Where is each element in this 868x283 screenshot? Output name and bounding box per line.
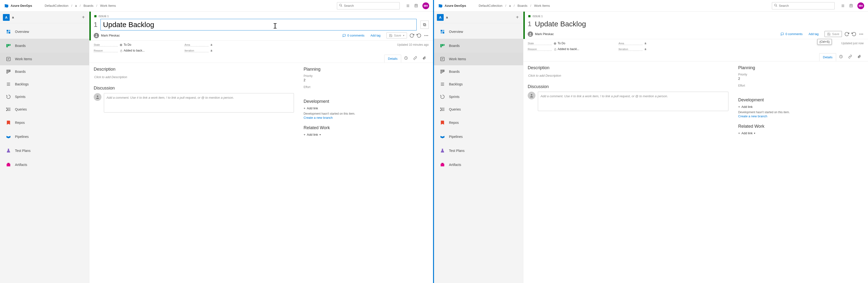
- brand[interactable]: Azure DevOps: [438, 3, 466, 8]
- nav-test-plans[interactable]: Test Plans: [0, 144, 89, 158]
- add-button[interactable]: +: [515, 15, 520, 20]
- workitem-title[interactable]: Update Backlog: [534, 19, 864, 29]
- nav-test-plans[interactable]: Test Plans: [434, 144, 523, 158]
- nav-work-items[interactable]: Work Items: [0, 53, 89, 65]
- copy-link-button[interactable]: [421, 21, 429, 29]
- history-icon[interactable]: [837, 53, 845, 61]
- workitem-title-input[interactable]: [100, 19, 416, 30]
- effort-value[interactable]: [738, 88, 864, 92]
- search-box[interactable]: [772, 2, 835, 9]
- crumb-project[interactable]: a: [75, 4, 77, 7]
- nav-sprints[interactable]: Sprints: [0, 90, 89, 103]
- nav-overview[interactable]: Overview: [0, 25, 89, 39]
- state-value[interactable]: To Do: [120, 43, 183, 47]
- nav-backlogs[interactable]: Backlogs: [434, 78, 523, 90]
- nav-pipelines[interactable]: Pipelines: [0, 130, 89, 144]
- nav-boards[interactable]: Boards: [434, 39, 523, 53]
- project-name[interactable]: a: [446, 16, 512, 19]
- crumb-project[interactable]: a: [509, 4, 511, 7]
- discussion-input[interactable]: Add a comment. Use # to link a work item…: [104, 93, 294, 112]
- save-button[interactable]: Save: [386, 32, 407, 38]
- revert-icon[interactable]: [851, 32, 857, 36]
- crumb-workitems[interactable]: Work Items: [100, 4, 116, 7]
- nav-artifacts[interactable]: Artifacts: [434, 158, 523, 172]
- save-button[interactable]: Save: [825, 31, 842, 37]
- links-icon[interactable]: [411, 54, 420, 63]
- issue-type-tag[interactable]: ISSUE 1: [94, 15, 429, 18]
- more-actions-icon[interactable]: [859, 32, 864, 36]
- revert-icon[interactable]: [416, 33, 422, 38]
- dev-add-link[interactable]: +Add link: [304, 107, 429, 110]
- related-add-link[interactable]: +Add link ▾: [304, 133, 429, 136]
- nav-repos[interactable]: Repos: [0, 116, 89, 130]
- crumb-collection[interactable]: DefaultCollection: [45, 4, 68, 7]
- dev-add-link[interactable]: +Add link: [738, 105, 864, 109]
- user-avatar[interactable]: MH: [857, 2, 864, 9]
- create-branch-link[interactable]: Create a new branch: [304, 116, 429, 119]
- crumb-boards[interactable]: Boards: [518, 4, 527, 7]
- shopping-bag-icon[interactable]: [414, 4, 418, 8]
- assignee[interactable]: Mark Pleskac: [94, 33, 120, 38]
- assignee[interactable]: Mark Pleskac: [528, 31, 554, 37]
- state-value[interactable]: To Do: [554, 41, 617, 45]
- nav-boards-sub[interactable]: Boards: [0, 65, 89, 78]
- breadcrumb: DefaultCollection / a / Boards / Work It…: [479, 4, 550, 7]
- shopping-bag-icon[interactable]: [849, 4, 853, 8]
- nav-queries[interactable]: Queries: [0, 103, 89, 116]
- section-related-work-title: Related Work: [738, 124, 864, 129]
- reason-value[interactable]: Added to back...: [120, 49, 183, 52]
- comments-link[interactable]: 0 comments: [781, 32, 803, 36]
- list-icon[interactable]: [406, 4, 410, 8]
- nav-backlogs[interactable]: Backlogs: [0, 78, 89, 90]
- project-icon: A: [3, 14, 10, 21]
- svg-rect-46: [440, 44, 442, 47]
- tab-details[interactable]: Details: [819, 53, 836, 61]
- nav-queries[interactable]: Queries: [434, 103, 523, 116]
- crumb-boards[interactable]: Boards: [84, 4, 93, 7]
- refresh-icon[interactable]: [409, 33, 414, 38]
- add-button[interactable]: +: [81, 15, 86, 20]
- attachments-icon[interactable]: [420, 54, 429, 63]
- nav-repos[interactable]: Repos: [434, 116, 523, 130]
- project-name[interactable]: a: [12, 16, 78, 19]
- nav-overview[interactable]: Overview: [434, 25, 523, 39]
- list-icon[interactable]: [841, 4, 845, 8]
- issue-type-tag[interactable]: ISSUE 1: [528, 15, 864, 18]
- related-add-link[interactable]: +Add link ▾: [738, 131, 864, 135]
- nav-boards-sub[interactable]: Boards: [434, 65, 523, 78]
- sidebar: A a + Overview Boards Work Items: [0, 11, 89, 283]
- reason-value[interactable]: Added to backl...: [554, 48, 617, 51]
- description-placeholder[interactable]: Click to add Description: [94, 74, 294, 80]
- description-placeholder[interactable]: Click to add Description: [528, 73, 728, 78]
- attachments-icon[interactable]: [855, 53, 864, 61]
- create-branch-link[interactable]: Create a new branch: [738, 114, 864, 118]
- priority-value[interactable]: 2: [738, 77, 864, 81]
- priority-value[interactable]: 2: [304, 78, 429, 82]
- priority-label: Priority: [738, 73, 864, 76]
- effort-value[interactable]: [304, 89, 429, 93]
- nav-work-items[interactable]: Work Items: [434, 53, 523, 65]
- refresh-icon[interactable]: [844, 32, 849, 36]
- area-value[interactable]: a: [211, 43, 429, 47]
- add-tag-button[interactable]: Add tag: [369, 33, 381, 38]
- nav-boards[interactable]: Boards: [0, 39, 89, 53]
- links-icon[interactable]: [846, 53, 855, 61]
- crumb-workitems[interactable]: Work Items: [534, 4, 550, 7]
- history-icon[interactable]: [402, 54, 410, 63]
- add-tag-button[interactable]: Add tag: [807, 32, 820, 36]
- iteration-value[interactable]: a: [211, 49, 429, 52]
- tab-details[interactable]: Details: [384, 55, 401, 63]
- iteration-value[interactable]: a: [645, 48, 864, 51]
- search-box[interactable]: [337, 2, 400, 9]
- discussion-input[interactable]: Add a comment. Use # to link a work item…: [538, 92, 728, 111]
- search-input[interactable]: [779, 4, 833, 7]
- brand[interactable]: Azure DevOps: [4, 3, 32, 8]
- search-input[interactable]: [344, 4, 398, 7]
- nav-artifacts[interactable]: Artifacts: [0, 158, 89, 172]
- crumb-collection[interactable]: DefaultCollection: [479, 4, 502, 7]
- nav-sprints[interactable]: Sprints: [434, 90, 523, 103]
- more-actions-icon[interactable]: [424, 33, 429, 38]
- comments-link[interactable]: 0 comments: [342, 34, 365, 37]
- user-avatar[interactable]: MH: [423, 2, 429, 9]
- nav-pipelines[interactable]: Pipelines: [434, 130, 523, 144]
